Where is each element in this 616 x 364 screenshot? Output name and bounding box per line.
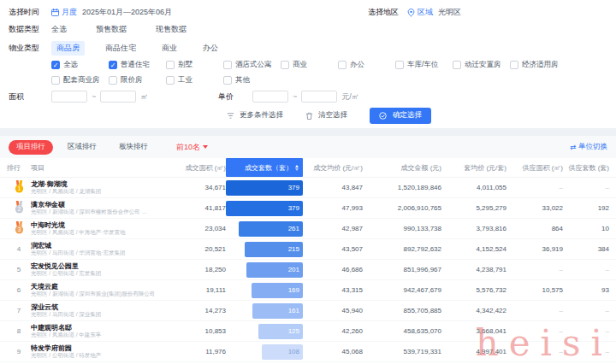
checkbox[interactable]	[51, 76, 60, 85]
deal-amount-value: 539,719,331	[363, 348, 441, 355]
price-max-input[interactable]	[301, 91, 337, 103]
project-name[interactable]: 天境云庭	[31, 283, 169, 291]
project-name[interactable]: 深业云筑	[31, 303, 169, 311]
checkbox[interactable]	[166, 76, 175, 85]
checkbox[interactable]	[281, 61, 289, 69]
project-name[interactable]: 润宏城	[31, 242, 169, 250]
column-header[interactable]: 成交金额 (元)	[363, 158, 441, 177]
project-name[interactable]: 龙湖·御湖境	[31, 180, 169, 188]
checkbox-item[interactable]: 动迁安置房	[453, 60, 510, 70]
project-cell[interactable]: 润宏城光明区 / 马田街道 / 华润置地·宏发集团	[31, 242, 169, 256]
checkbox[interactable]	[510, 61, 518, 69]
column-header[interactable]: 项目	[31, 158, 169, 177]
project-name[interactable]: 宏发悦见公园里	[31, 262, 169, 270]
clear-selection-button[interactable]: 清空选择	[305, 110, 347, 120]
project-name[interactable]: 特发学府前园	[31, 344, 169, 352]
checkbox-label: 车库/车位	[407, 60, 438, 70]
table-row[interactable]: 1龙湖·御湖境光明区 / 凤凰街道 / 龙湖集团34,67137943,8471…	[0, 178, 616, 198]
property-type-tab[interactable]: 办公	[198, 41, 223, 56]
table-row[interactable]: 9特发学府前园光明区 / 公明街道 / 特发地产11,97610845,0685…	[0, 342, 616, 362]
data-type-option[interactable]: 预售数据	[96, 24, 127, 35]
avg-price-value: 43,847	[303, 184, 363, 191]
data-type-option[interactable]: 现售数据	[156, 24, 187, 35]
time-mode-link[interactable]: 月度	[62, 7, 77, 18]
ranking-tab[interactable]: 板块排行	[111, 140, 156, 155]
region-mode-link[interactable]: 区域	[418, 7, 433, 18]
checkbox-item[interactable]: ✓普通住宅	[109, 60, 166, 70]
sort-icon[interactable]	[295, 165, 299, 171]
table-row[interactable]: 6天境云庭光明区 / 新湖街道 / 深圳市振业(集团)股份有限公司19,1111…	[0, 280, 616, 301]
checkbox-item[interactable]: ✓全选	[51, 60, 109, 70]
column-header[interactable]: 成交均价 (元/㎡)	[303, 158, 363, 177]
project-cell[interactable]: 天境云庭光明区 / 新湖街道 / 深圳市振业(集团)股份有限公司	[31, 283, 169, 297]
checkbox[interactable]: ✓	[51, 61, 60, 69]
checkbox[interactable]	[338, 61, 346, 69]
project-cell[interactable]: 中海时光境光明区 / 凤凰街道 / 中海地产·华发置地	[31, 221, 169, 236]
area-min-input[interactable]	[51, 91, 87, 103]
medal-icon: 3	[14, 221, 25, 237]
project-name[interactable]: 中海时光境	[31, 221, 169, 229]
unit-avg-price-value: 5,295,279	[441, 204, 506, 212]
confirm-selection-button[interactable]: 确定选择	[370, 108, 431, 124]
column-header[interactable]: 供应面积 (㎡)	[506, 158, 563, 177]
ranking-tab[interactable]: 区域排行	[60, 140, 104, 155]
project-cell[interactable]: 宏发悦见公园里光明区 / 公明街道 / 宏发集团	[31, 262, 169, 277]
property-type-tab[interactable]: 商业	[157, 41, 182, 56]
deal-units-bar-cell: 379	[226, 198, 303, 218]
table-row[interactable]: 7深业云筑光明区 / 马田街道 / 深业集团14,27316145,940855…	[0, 301, 616, 321]
checkbox-item[interactable]: 其他	[223, 75, 281, 85]
project-cell[interactable]: 龙湖·御湖境光明区 / 凤凰街道 / 龙湖集团	[31, 180, 169, 195]
checkbox-item[interactable]: 商业	[281, 60, 338, 70]
checkbox-item[interactable]: 酒店式公寓	[223, 60, 281, 70]
price-min-input[interactable]	[252, 91, 288, 103]
column-header[interactable]: 成交面积 (㎡)	[169, 158, 226, 177]
data-type-option[interactable]: 全选	[51, 24, 67, 35]
checkbox-item[interactable]: 车库/车位	[395, 60, 453, 70]
deal-area-value: 41,817	[169, 204, 226, 212]
table-row[interactable]: 2满京华金硕光明区 / 新湖街道 / 深圳市楼村股份合作公司 …41,81737…	[0, 198, 616, 219]
column-header[interactable]: 成交套数（套）	[226, 158, 303, 177]
checkbox-item[interactable]: 配套商业房	[51, 75, 109, 85]
checkbox-item[interactable]: 办公	[338, 60, 395, 70]
property-type-tab[interactable]: 商品房	[51, 41, 85, 56]
property-type-tab[interactable]: 商品住宅	[100, 41, 141, 56]
top-n-dropdown[interactable]: 前10名	[176, 142, 208, 153]
checkbox[interactable]	[166, 61, 175, 69]
project-cell[interactable]: 满京华金硕光明区 / 新湖街道 / 深圳市楼村股份合作公司 …	[31, 201, 169, 215]
supply-units-value: –	[563, 266, 609, 273]
deal-units-bar: 261	[239, 221, 303, 237]
table-row[interactable]: 5宏发悦见公园里光明区 / 公明街道 / 宏发集团18,25020146,686…	[0, 260, 616, 280]
area-max-input[interactable]	[100, 91, 136, 103]
checkbox-item[interactable]: 限价房	[109, 75, 166, 85]
checkbox[interactable]	[109, 76, 117, 85]
ranking-tab[interactable]: 项目排行	[9, 140, 53, 155]
project-name[interactable]: 满京华金硕	[31, 201, 169, 208]
project-name[interactable]: 中建观明名邸	[31, 324, 169, 332]
table-body: 1龙湖·御湖境光明区 / 凤凰街道 / 龙湖集团34,67137943,8471…	[0, 178, 616, 364]
confirm-selection-label: 确定选择	[393, 110, 422, 120]
table-row[interactable]: 3中海时光境光明区 / 凤凰街道 / 中海地产·华发置地23,03426142,…	[0, 219, 616, 239]
project-cell[interactable]: 中建观明名邸光明区 / 凤凰街道 / 中建东孚	[31, 324, 169, 338]
column-header[interactable]: 供应套数 (套)	[563, 158, 609, 177]
more-conditions-button[interactable]: 更多条件选择	[227, 110, 283, 120]
project-cell[interactable]: 特发学府前园光明区 / 公明街道 / 特发地产	[31, 344, 169, 359]
region-value[interactable]: 光明区	[438, 7, 461, 18]
project-cell[interactable]: 深业云筑光明区 / 马田街道 / 深业集团	[31, 303, 169, 318]
checkbox[interactable]	[453, 61, 461, 69]
column-header[interactable]: 排行	[7, 158, 31, 177]
checkbox-label: 酒店式公寓	[235, 60, 272, 70]
checkbox-item[interactable]: 工业	[166, 75, 223, 85]
checkbox-item[interactable]: 经济适用房	[510, 60, 567, 70]
checkbox-item[interactable]: 别墅	[166, 60, 223, 70]
checkbox[interactable]: ✓	[109, 61, 117, 69]
avg-price-value: 45,940	[303, 307, 363, 314]
column-header[interactable]: 套均价 (元/套)	[441, 158, 506, 177]
checkbox[interactable]	[395, 61, 404, 69]
time-range-value[interactable]: 2025年01月—2025年06月	[82, 7, 172, 18]
table-row[interactable]: 8中建观明名邸光明区 / 凤凰街道 / 中建东孚10,85312542,2604…	[0, 321, 616, 342]
table-row[interactable]: 4润宏城光明区 / 马田街道 / 华润置地·宏发集团20,52121543,50…	[0, 239, 616, 260]
checkbox[interactable]	[223, 61, 232, 69]
checkbox[interactable]	[223, 76, 232, 85]
column-header-label: 成交套数（套）	[245, 163, 293, 173]
unit-switch-button[interactable]: ⇄ 单位切换	[570, 142, 607, 152]
